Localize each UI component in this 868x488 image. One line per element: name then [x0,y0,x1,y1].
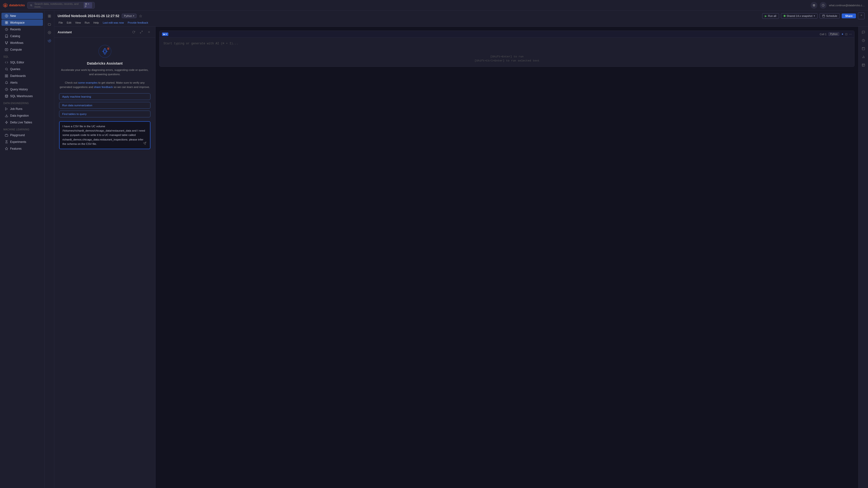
svg-line-47 [142,31,143,32]
comments-icon [862,31,865,34]
provide-feedback-link[interactable]: Provide feedback [127,21,149,25]
sidebar-item-compute[interactable]: Compute [1,46,43,53]
svg-rect-11 [5,22,6,23]
right-history-icon-btn[interactable] [860,37,867,44]
sidebar-item-alerts[interactable]: Alerts [1,79,43,86]
sidebar-item-query-history[interactable]: Query History [1,86,43,93]
playground-icon [5,133,8,137]
features-icon [5,147,8,151]
collapse-button[interactable]: ⌃ [858,12,865,19]
suggestion-run-summarization[interactable]: Run data summarization [59,102,151,109]
sidebar-features-label: Features [10,147,22,151]
help-icon [822,4,825,7]
right-variables-icon-btn[interactable] [860,45,867,52]
sidebar-item-sql-editor[interactable]: SQL Editor [1,59,43,66]
share-feedback-link[interactable]: share feedback [94,86,113,89]
schedule-button[interactable]: Schedule [819,13,840,19]
refresh-icon-btn[interactable] [131,29,136,35]
notebook-title: Untitled Notebook 2024-01-26 12:27:52 [58,14,119,18]
some-examples-link[interactable]: some examples [78,81,98,84]
sidebar-recents-label: Recents [10,28,21,31]
cell-expand-icon[interactable]: ⊡ [845,33,847,36]
charts-icon [862,55,865,59]
svg-rect-35 [5,134,8,136]
cell-sparkle-icon[interactable]: ✦ [841,33,844,36]
new-label: New [10,14,16,18]
suggestion-apply-ml[interactable]: Apply machine learning [59,93,151,100]
desc-4-text: so we can learn and improve. [114,86,150,89]
recents-icon [5,28,8,31]
sidebar-folder-icon-btn[interactable] [46,21,53,28]
variables-icon [862,47,865,51]
send-icon-btn[interactable] [141,140,148,147]
workspace-icon [5,21,8,24]
svg-rect-43 [823,15,825,17]
new-button[interactable]: New [1,13,43,19]
last-edit-label[interactable]: Last edit was now [102,21,125,25]
cell-run-button[interactable]: ▶ ▾ [162,33,168,36]
right-cell-output-icon-btn[interactable] [860,61,867,69]
sidebar-item-features[interactable]: Features [1,145,43,152]
expand-icon-btn[interactable] [138,29,144,35]
sql-editor-icon [5,61,8,64]
sidebar-item-playground[interactable]: Playground [1,132,43,138]
sidebar-query-history-label: Query History [10,88,28,91]
help-menu[interactable]: Help [93,21,100,25]
close-icon-btn[interactable] [146,29,152,35]
sidebar-item-data-ingestion[interactable]: Data Ingestion [1,112,43,119]
sidebar-item-queries[interactable]: Queries [1,66,43,72]
right-comments-icon-btn[interactable] [860,29,867,36]
cell-placeholder-text[interactable]: Start typing or generate with AI (⌘ + I)… [163,42,238,45]
compute-icon [5,48,8,51]
sidebar-item-delta-live-tables[interactable]: Delta Live Tables [1,119,43,126]
cell-language-badge[interactable]: Python [829,32,839,36]
sidebar-queries-label: Queries [10,67,20,71]
cell-action-icons: ✦ ⊡ ⋯ [841,33,852,36]
sidebar-item-recents[interactable]: Recents [1,26,43,33]
notebook-cell-1: ▶ ▾ Cell 1 Python ✦ ⊡ ⋯ Start typing or … [159,31,855,67]
sidebar-files-icon-btn[interactable] [46,12,53,20]
view-menu[interactable]: View [74,21,82,25]
svg-rect-38 [48,15,49,16]
gift-icon-btn[interactable] [811,2,817,9]
query-history-icon [5,88,8,91]
share-button[interactable]: Share [842,13,856,18]
sidebar-item-sql-warehouses[interactable]: SQL Warehouses [1,93,43,99]
cell-play-icon: ▶ [163,33,165,35]
sidebar-sql-warehouses-label: SQL Warehouses [10,94,33,98]
sidebar-settings-icon-btn[interactable] [46,29,53,36]
notebook-content: Assistant [54,27,868,488]
assistant-input-area[interactable]: I have a CSV file in the UC volume /Volu… [59,121,151,149]
sidebar-item-experiments[interactable]: Experiments [1,139,43,145]
assistant-panel: Assistant [54,27,156,488]
databricks-logo-icon [3,3,8,8]
svg-rect-29 [7,76,8,77]
run-menu[interactable]: Run [84,21,90,25]
job-runs-icon [5,107,8,110]
suggestion-find-tables[interactable]: Find tables to query [59,110,151,117]
svg-line-3 [32,6,32,6]
favorite-icon[interactable]: ☆ [139,14,142,18]
svg-marker-32 [5,108,7,110]
sidebar-item-workspace[interactable]: Workspace [1,20,43,26]
sidebar-item-workflows[interactable]: Workflows [1,40,43,46]
run-all-button[interactable]: ▶ Run all [762,13,779,19]
svg-rect-14 [7,23,8,24]
language-selector[interactable]: Python ▾ [122,14,136,18]
sidebar-item-job-runs[interactable]: Job Runs [1,106,43,112]
notebook-title-row: Untitled Notebook 2024-01-26 12:27:52 Py… [58,12,865,19]
sidebar-item-dashboards[interactable]: Dashboards [1,73,43,79]
sidebar-item-catalog[interactable]: Catalog [1,33,43,39]
edit-menu[interactable]: Edit [66,21,72,25]
help-icon-btn[interactable] [820,2,827,9]
chevron-down-icon: ▾ [133,15,134,17]
svg-rect-28 [5,76,6,77]
right-charts-icon-btn[interactable] [860,53,867,61]
shared-snapshot-button[interactable]: Shared 14.x snapshot ▾ [781,13,817,19]
file-menu[interactable]: File [58,21,64,25]
sidebar-assistant-icon-btn[interactable] [46,37,53,44]
sidebar-experiments-label: Experiments [10,140,26,143]
cell-more-icon[interactable]: ⋯ [849,33,852,36]
search-bar[interactable]: Search data, notebooks, recents, and mor… [27,2,95,9]
assistant-input-text[interactable]: I have a CSV file in the UC volume /Volu… [62,124,147,146]
